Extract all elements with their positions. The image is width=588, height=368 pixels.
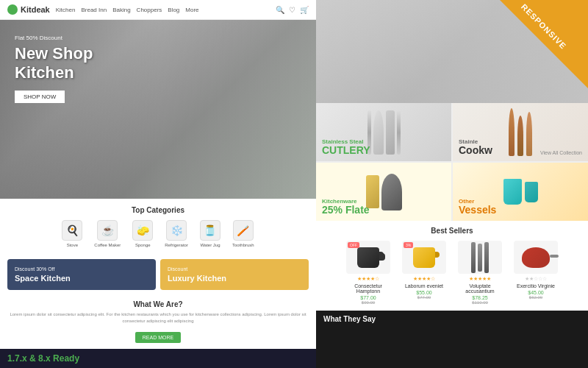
kitchenware-label: Kitchenware 25% Flate [322,198,370,215]
what-we-are-section: What We Are? Lorem ipsum dolor sit conse… [0,294,316,349]
sponge-label: Sponge [135,243,151,247]
nav-icons: 🔍 ♡ 🛒 [276,6,309,14]
product-img-3 [458,241,502,274]
fork-icon [386,110,395,155]
logo-text: Kitdeak [21,5,50,14]
logo: Kitdeak [7,4,50,15]
what-they-say-section: What They Say [316,311,588,368]
knife2-icon [397,110,401,155]
product-card-4[interactable]: ★★☆☆☆ Exercitio Virginie $45.00 $62.00 [510,241,562,305]
nav-more[interactable]: More [185,7,198,13]
product-badge-2: 3% [404,242,413,248]
shop-now-button[interactable]: SHOP NOW [15,91,65,103]
spatula-icon [471,242,489,273]
right-panel: RESPONSIVE Stainless Steal CUTLERY [316,0,588,368]
product-price-4: $45.00 [510,290,562,295]
product-cell-cookware[interactable]: Stainle Cookw View All Collection [453,103,588,161]
cart-icon[interactable]: 🛒 [300,6,309,14]
product-cell-kitchenware[interactable]: Kitchenware 25% Flate [316,163,451,221]
kettle-yellow-icon [413,247,435,268]
luxury-title: Luxury Kitchen [168,274,301,283]
water-jug-icon: 🫙 [200,220,220,241]
header: Kitdeak Kitchen Bread Inn Baking Chopper… [0,0,316,20]
promo-banners: Discount 30% Off Space Kitchen Discount … [0,255,316,294]
vessels-label-main: Vessels [459,205,496,215]
product-stars-1: ★★★★☆ [343,276,394,282]
spoon-icon [373,110,384,155]
product-card-3[interactable]: ★★★★★ Voluptate accusantium $78.25 $110.… [454,241,506,305]
wood-spoon3 [526,112,532,156]
nav-links: Kitchen Bread Inn Baking Choppers Blog M… [56,7,270,13]
coffee-label: Coffee Maker [94,243,121,247]
nav-bread[interactable]: Bread Inn [81,7,107,13]
product-cell-vessels[interactable]: Other Vessels [453,163,588,221]
cookware-view-all[interactable]: View All Collection [540,150,582,155]
category-stove[interactable]: 🍳 Stove [62,220,82,247]
nav-baking[interactable]: Baking [112,7,130,13]
wood-spoon1 [509,108,514,156]
water-jug-label: Water Jug [200,243,220,247]
vessel2-icon [525,182,538,202]
nav-choppers[interactable]: Choppers [137,7,162,13]
categories-list: 🍳 Stove ☕ Coffee Maker 🧽 Sponge ❄️ Refri… [7,220,309,247]
top-categories-section: Top Categories 🍳 Stove ☕ Coffee Maker 🧽 … [0,199,316,255]
product-img-1: OFF [346,241,390,274]
stove-label: Stove [67,243,78,247]
product-old-price-3: $110.00 [454,300,506,305]
category-toothbrush[interactable]: 🪥 Toothbrush [232,220,254,247]
product-card-1[interactable]: OFF ★★★★☆ Consectetur Hamptonn $77.00 $9… [343,241,394,305]
top-categories-heading: Top Categories [7,206,309,214]
nav-kitchen[interactable]: Kitchen [56,7,76,13]
logo-icon [7,4,18,15]
kettle-black-icon [357,247,379,268]
stove-icon: 🍳 [62,220,82,241]
product-stars-2: ★★★★☆ [398,276,450,282]
vessels-label: Other Vessels [459,198,496,215]
product-price-3: $78.25 [454,295,506,300]
toothbrush-icon: 🪥 [233,220,254,241]
product-cell-cutlery[interactable]: Stainless Steal CUTLERY [316,103,451,161]
category-sponge[interactable]: 🧽 Sponge [132,220,153,247]
cookware-label-main: Cookw [459,145,492,155]
category-coffee[interactable]: ☕ Coffee Maker [94,220,121,247]
product-name-1: Consectetur Hamptonn [343,283,394,294]
product-img-2: 3% [402,241,446,274]
cookware-label: Stainle Cookw [459,138,492,155]
hero-content: Flat 50% Discount New Shop Kitchen SHOP … [0,20,316,118]
wood-spoon2 [517,116,523,156]
product-name-3: Voluptate accusantium [454,283,506,294]
kitchenware-label-main: 25% Flate [322,205,370,215]
pan-icon [522,247,550,268]
category-refrigerator[interactable]: ❄️ Refrigerator [165,220,188,247]
best-sellers-section: Best Sellers OFF ★★★★☆ Consectetur Hampt… [316,221,588,311]
refrigerator-icon: ❄️ [166,220,187,241]
vessel1-icon [503,179,522,205]
category-water-jug[interactable]: 🫙 Water Jug [200,220,220,247]
heart-icon[interactable]: ♡ [289,6,295,14]
hero-discount-text: Flat 50% Discount [15,35,301,41]
juicer-icon [381,174,402,210]
cutlery-illustration [368,110,401,155]
product-price-1: $77.00 [343,295,394,300]
what-we-are-body: Lorem ipsum dolor sit consectetur adipis… [7,311,309,325]
product-price-2: $55.00 [398,290,450,295]
search-icon[interactable]: 🔍 [276,6,284,14]
read-more-button[interactable]: READ MORE [135,332,181,343]
product-img-4 [514,241,558,274]
product-card-2[interactable]: 3% ★★★★☆ Laborum eveniet $55.00 $77.00 [398,241,450,305]
version-text: 1.7.x & 8.x Ready [7,353,79,364]
product-stars-3: ★★★★★ [454,276,506,282]
vessels-illustration [503,179,538,205]
luxury-discount-text: Discount [168,266,301,272]
best-sellers-heading: Best Sellers [322,227,582,235]
hero-section: Flat 50% Discount New Shop Kitchen SHOP … [0,20,316,199]
promo-space-kitchen[interactable]: Discount 30% Off Space Kitchen [7,259,156,290]
toothbrush-label: Toothbrush [232,243,254,247]
nav-blog[interactable]: Blog [168,7,179,13]
main-container: Kitdeak Kitchen Bread Inn Baking Chopper… [0,0,588,368]
promo-luxury-kitchen[interactable]: Discount Luxury Kitchen [160,259,309,290]
product-grid: Stainless Steal CUTLERY Stainle Cookw Vi… [316,103,588,221]
cutlery-label: Stainless Steal CUTLERY [322,138,370,155]
refrigerator-label: Refrigerator [165,243,188,247]
space-title: Space Kitchen [15,274,148,283]
